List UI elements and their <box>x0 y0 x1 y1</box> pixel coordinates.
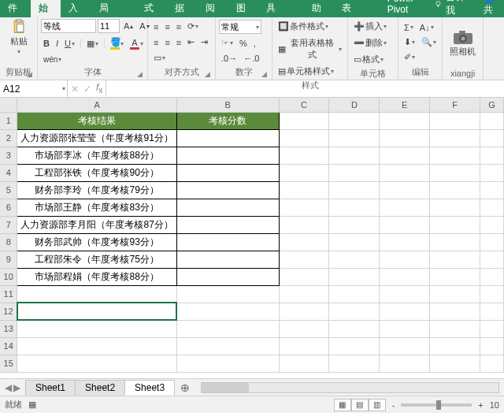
number-format-combo[interactable]: 常规▾ <box>219 20 261 34</box>
cell-A13[interactable] <box>17 320 176 337</box>
cell-D6[interactable] <box>329 199 380 216</box>
cell-C7[interactable] <box>279 216 329 233</box>
fx-icon[interactable]: fx <box>96 82 102 95</box>
cell-D3[interactable] <box>329 147 380 164</box>
cell-E5[interactable] <box>380 181 430 199</box>
cell-G10[interactable] <box>480 268 504 285</box>
cell-E1[interactable] <box>380 112 430 129</box>
cell-F5[interactable] <box>430 181 480 199</box>
conditional-format-button[interactable]: 🔲条件格式▾ <box>276 19 344 34</box>
cell-B12[interactable] <box>176 303 279 320</box>
cell-B13[interactable] <box>176 320 279 337</box>
enter-formula-icon[interactable]: ✓ <box>83 84 91 95</box>
status-rec-icon[interactable]: ▦ <box>28 400 36 410</box>
number-launcher-icon[interactable]: ◢ <box>261 70 267 78</box>
cell-F15[interactable] <box>430 355 480 372</box>
col-header-D[interactable]: D <box>329 98 380 112</box>
bold-button[interactable]: B <box>41 37 52 50</box>
row-header-15[interactable]: 15 <box>0 355 17 372</box>
align-middle-button[interactable]: ≡ <box>162 20 172 33</box>
cell-F14[interactable] <box>430 337 480 355</box>
find-button[interactable]: 🔍▾ <box>419 35 439 49</box>
cell-F4[interactable] <box>430 164 480 181</box>
paste-button[interactable]: 粘贴 ▾ <box>7 19 31 55</box>
row-header-11[interactable]: 11 <box>0 285 17 303</box>
cell-G11[interactable] <box>480 285 504 303</box>
cell-G7[interactable] <box>480 216 504 233</box>
cell-D1[interactable] <box>329 112 380 129</box>
title-tab-3[interactable]: 页面布局 <box>91 0 136 17</box>
add-sheet-button[interactable]: ⊕ <box>174 381 196 394</box>
cell-C8[interactable] <box>279 233 329 251</box>
cell-G5[interactable] <box>480 181 504 199</box>
cell-B8[interactable] <box>176 233 279 251</box>
cell-C5[interactable] <box>279 181 329 199</box>
row-header-8[interactable]: 8 <box>0 233 17 251</box>
merge-button[interactable]: ▭▾ <box>151 51 168 65</box>
view-normal-button[interactable]: ▦ <box>334 399 351 411</box>
cell-D14[interactable] <box>329 337 380 355</box>
cell-C3[interactable] <box>279 147 329 164</box>
cell-A2[interactable]: 人力资源部张莹莹（年度考核91分） <box>17 129 176 147</box>
dec-decimal-button[interactable]: ←.0 <box>241 52 261 65</box>
cell-A10[interactable]: 市场部程娟（年度考核88分） <box>17 268 176 285</box>
view-page-break-button[interactable]: ▥ <box>369 399 386 411</box>
cell-E4[interactable] <box>380 164 430 181</box>
cell-A6[interactable]: 市场部王静（年度考核83分） <box>17 199 176 216</box>
underline-button[interactable]: U▾ <box>62 37 77 50</box>
select-all-corner[interactable] <box>0 98 17 112</box>
cell-B3[interactable] <box>176 147 279 164</box>
sort-filter-button[interactable]: A↓▾ <box>417 21 436 34</box>
cell-B11[interactable] <box>176 285 279 303</box>
align-center-button[interactable]: ≡ <box>162 36 172 49</box>
cell-A1[interactable]: 考核结果 <box>17 112 176 129</box>
cell-B9[interactable] <box>176 251 279 268</box>
cell-styles-button[interactable]: ▤单元格样式▾ <box>276 64 344 79</box>
cell-D5[interactable] <box>329 181 380 199</box>
cell-F11[interactable] <box>430 285 480 303</box>
cell-E8[interactable] <box>380 233 430 251</box>
indent-dec-button[interactable]: ⇤ <box>185 35 197 49</box>
percent-button[interactable]: % <box>237 37 250 50</box>
zoom-level[interactable]: 10 <box>490 400 499 410</box>
cell-F7[interactable] <box>430 216 480 233</box>
cell-B4[interactable] <box>176 164 279 181</box>
row-header-7[interactable]: 7 <box>0 216 17 233</box>
cell-A15[interactable] <box>17 355 176 372</box>
row-header-6[interactable]: 6 <box>0 199 17 216</box>
title-tab-4[interactable]: 公式 <box>136 0 167 17</box>
align-right-button[interactable]: ≡ <box>174 36 183 49</box>
cell-G3[interactable] <box>480 147 504 164</box>
cell-B10[interactable] <box>176 268 279 285</box>
cell-G12[interactable] <box>480 303 504 320</box>
cell-C2[interactable] <box>279 129 329 147</box>
title-tab-10[interactable]: 数据图表 <box>334 0 379 17</box>
cell-C10[interactable] <box>279 268 329 285</box>
title-tab-7[interactable]: 视图 <box>228 0 259 17</box>
col-header-G[interactable]: G <box>480 98 504 112</box>
cell-F6[interactable] <box>430 199 480 216</box>
cell-A9[interactable]: 工程部朱令（年度考核75分） <box>17 251 176 268</box>
cell-D12[interactable] <box>329 303 380 320</box>
cell-A7[interactable]: 人力资源部李月阳（年度考核87分） <box>17 216 176 233</box>
cell-E13[interactable] <box>380 320 430 337</box>
cell-A3[interactable]: 市场部李冰（年度考核88分） <box>17 147 176 164</box>
share-button[interactable]: 👤 共 <box>484 0 501 17</box>
tab-nav-prev-icon[interactable]: ◀ <box>5 382 12 393</box>
cell-F3[interactable] <box>430 147 480 164</box>
cell-D11[interactable] <box>329 285 380 303</box>
cell-E11[interactable] <box>380 285 430 303</box>
delete-cells-button[interactable]: ➖删除▾ <box>351 35 389 50</box>
row-header-12[interactable]: 12 <box>0 303 17 320</box>
row-header-10[interactable]: 10 <box>0 268 17 285</box>
zoom-slider[interactable] <box>401 403 472 407</box>
cell-A5[interactable]: 财务部李玲（年度考核79分） <box>17 181 176 199</box>
comma-button[interactable]: , <box>251 37 258 50</box>
increase-font-button[interactable]: A▴ <box>121 20 135 32</box>
cell-D10[interactable] <box>329 268 380 285</box>
cell-E2[interactable] <box>380 129 430 147</box>
currency-button[interactable]: ☞▾ <box>219 36 235 50</box>
cell-C4[interactable] <box>279 164 329 181</box>
clipboard-launcher-icon[interactable]: ◢ <box>27 70 32 78</box>
row-header-2[interactable]: 2 <box>0 129 17 147</box>
